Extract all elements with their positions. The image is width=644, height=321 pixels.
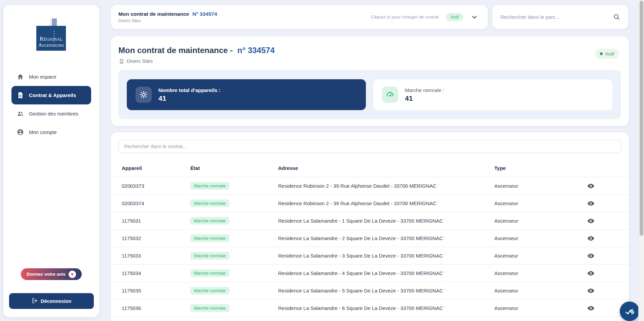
table-header: Appareil État Adresse Type: [111, 159, 629, 177]
contract-search-input[interactable]: [124, 144, 616, 149]
contract-site-label: Divers Sites: [127, 58, 153, 64]
feedback-button[interactable]: Donnez votre avis ♥: [21, 268, 82, 280]
app-root: Régional Ascenseurs Mon espace Contrat &…: [0, 0, 644, 321]
state-badge: Marche normale: [190, 182, 229, 190]
cell-type: Ascenseur: [494, 270, 568, 276]
cell-type: Ascenseur: [494, 183, 568, 189]
stat-label: Marche normale :: [405, 87, 444, 93]
state-badge: Marche normale: [190, 199, 229, 207]
sidebar-item-contrat-appareils[interactable]: Contrat & Appareils: [11, 86, 91, 104]
sidebar-item-label: Mon espace: [29, 74, 56, 80]
info-superscript: i: [444, 218, 445, 221]
cell-adresse: Residence La Salamandre - 1 Square De La…: [278, 218, 494, 224]
sidebar-item-mon-compte[interactable]: Mon compte: [11, 123, 91, 141]
cell-appareil: 1175031: [122, 218, 190, 224]
cell-adresse: Residence Robinson 2 - 39 Rue Alphonse D…: [278, 183, 494, 189]
cell-appareil: 1175036: [122, 305, 190, 311]
cell-type: Ascenseur: [494, 218, 568, 224]
logo-text: Régional Ascenseurs: [36, 36, 66, 48]
sidebar: Régional Ascenseurs Mon espace Contrat &…: [3, 5, 99, 317]
table-body: 02003373 Marche normale Residence Robins…: [111, 177, 629, 317]
chevron-down-icon[interactable]: [471, 13, 478, 21]
sidebar-item-gestion-des-membres[interactable]: Gestion des membres: [11, 104, 91, 123]
gear-icon: [136, 87, 152, 103]
contract-bar-info: Mon contrat de maintenance N° 334574 Div…: [118, 11, 217, 23]
eye-icon: [587, 235, 595, 242]
info-superscript: i: [438, 183, 439, 186]
column-header-adresse: Adresse: [278, 165, 494, 171]
page-title-prefix: Mon contrat de maintenance -: [118, 46, 233, 55]
state-badge: Marche normale: [190, 304, 229, 312]
scrollbar-thumb[interactable]: [640, 1, 643, 236]
stat-normal-operation: Marche normale : 41: [373, 79, 612, 110]
check-lines-icon: [623, 305, 636, 318]
eye-icon: [587, 252, 595, 260]
cell-etat: Marche normale: [190, 217, 278, 225]
table-row: 02003374 Marche normale Residence Robins…: [111, 195, 629, 212]
scrollbar[interactable]: [638, 0, 644, 321]
logout-button-label: Déconnexion: [41, 299, 71, 304]
contract-bar-actions: Cliquez ici pour changer de contrat Acti…: [371, 13, 478, 21]
user-icon: [17, 129, 24, 136]
cell-type: Ascenseur: [494, 305, 568, 311]
cell-etat: Marche normale: [190, 287, 278, 294]
cell-adresse: Residence La Salamandre - 2 Square De La…: [278, 235, 494, 241]
gauge-icon: [382, 87, 398, 103]
stat-total-devices: Nombre total d'appareils : 41: [127, 79, 366, 110]
home-icon: [17, 73, 24, 80]
contract-switcher-bar[interactable]: Mon contrat de maintenance N° 334574 Div…: [111, 5, 488, 29]
cell-type: Ascenseur: [494, 288, 568, 293]
cell-etat: Marche normale: [190, 269, 278, 277]
cell-etat: Marche normale: [190, 182, 278, 190]
view-device-button[interactable]: [586, 269, 595, 278]
contract-status-badge: Actif: [446, 13, 463, 21]
table-row: 1175033 Marche normale Residence La Sala…: [111, 247, 629, 265]
table-row: 1175032 Marche normale Residence La Sala…: [111, 230, 629, 247]
cell-type: Ascenseur: [494, 200, 568, 206]
logout-button[interactable]: Déconnexion: [9, 293, 94, 309]
column-header-type: Type: [494, 165, 568, 171]
table-row: 1175034 Marche normale Residence La Sala…: [111, 265, 629, 282]
view-device-button[interactable]: [586, 217, 595, 225]
sidebar-menu: Mon espace Contrat & Appareils Gestion d…: [11, 67, 91, 141]
view-device-button[interactable]: [586, 304, 595, 313]
cell-adresse: Residence La Salamandre - 4 Square De La…: [278, 270, 494, 276]
state-badge: Marche normale: [190, 234, 229, 242]
stats-panel: Nombre total d'appareils : 41 Marche nor…: [118, 70, 621, 119]
view-device-button[interactable]: [586, 199, 595, 208]
contract-summary-card: Mon contrat de maintenance - n° 334574 D…: [111, 36, 629, 126]
eye-icon: [587, 200, 595, 207]
state-badge: Marche normale: [190, 252, 229, 260]
info-superscript: i: [444, 270, 445, 274]
column-header-etat: État: [190, 165, 278, 171]
eye-icon: [587, 270, 595, 277]
state-badge: Marche normale: [190, 217, 229, 225]
view-device-button[interactable]: [586, 234, 595, 243]
cell-type: Ascenseur: [494, 253, 568, 259]
view-device-button[interactable]: [586, 251, 595, 260]
regional-ascenseurs-logo: Régional Ascenseurs: [36, 18, 66, 51]
info-superscript: i: [438, 200, 439, 204]
stat-label: Nombre total d'appareils :: [158, 87, 220, 93]
search-icon[interactable]: [613, 13, 620, 20]
feedback-button-label: Donnez votre avis: [27, 272, 66, 277]
status-dot-icon: [600, 52, 603, 55]
state-badge: Marche normale: [190, 287, 229, 294]
cell-appareil: 02003373: [122, 183, 190, 189]
status-badge-label: Actif: [605, 51, 614, 56]
cell-etat: Marche normale: [190, 199, 278, 207]
cell-adresse: Residence La Salamandre - 5 Square De La…: [278, 288, 494, 293]
contract-bar-subtitle: Divers Sites: [118, 18, 217, 23]
table-row: 02003373 Marche normale Residence Robins…: [111, 177, 629, 195]
park-search-input[interactable]: [500, 14, 613, 20]
view-device-button[interactable]: [586, 182, 595, 190]
contract-bar-number: N° 334574: [192, 11, 217, 17]
document-icon: [17, 92, 24, 99]
stat-value: 41: [405, 94, 444, 102]
info-superscript: i: [444, 288, 445, 291]
people-icon: [17, 110, 24, 117]
sidebar-item-mon-espace[interactable]: Mon espace: [11, 67, 91, 86]
status-badge: Actif: [595, 49, 619, 59]
sidebar-item-label: Gestion des membres: [29, 111, 78, 117]
view-device-button[interactable]: [586, 286, 595, 295]
